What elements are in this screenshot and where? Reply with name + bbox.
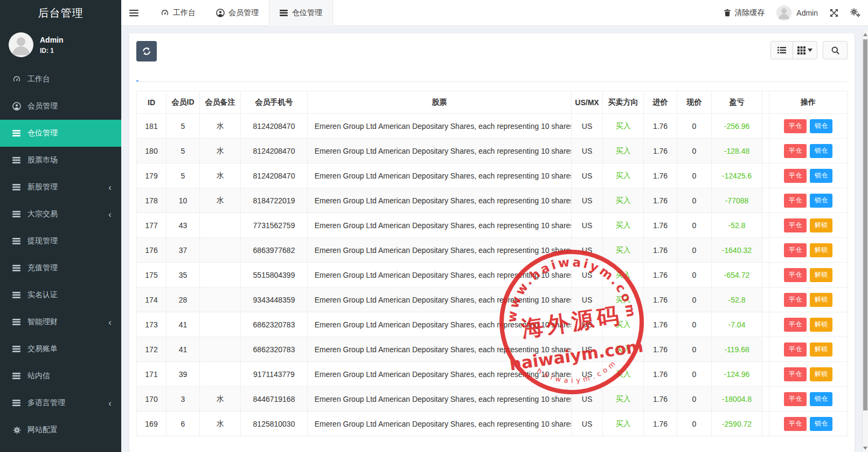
filter-tab[interactable]	[201, 71, 203, 81]
close-position-button[interactable]: 平仓	[784, 144, 807, 158]
navbar-user-menu[interactable]: Admin	[776, 5, 818, 20]
cell-stock: Emeren Group Ltd American Depositary Sha…	[308, 188, 572, 213]
lock-position-button[interactable]: 解锁	[810, 293, 832, 307]
cell-actions: 平仓 解锁	[769, 362, 848, 387]
close-position-button[interactable]: 平仓	[784, 268, 807, 282]
lock-position-button[interactable]: 解锁	[810, 218, 832, 232]
close-position-button[interactable]: 平仓	[784, 119, 807, 133]
refresh-button[interactable]	[136, 41, 157, 61]
cell-entry: 1.76	[644, 213, 677, 238]
sidebar-item[interactable]: 新股管理 ‹	[0, 174, 121, 201]
sidebar-item[interactable]: 充值管理	[0, 255, 121, 282]
cell-stock: Emeren Group Ltd American Depositary Sha…	[308, 287, 572, 312]
close-position-button[interactable]: 平仓	[784, 194, 807, 208]
avatar	[776, 5, 791, 20]
scrollbar-thumb[interactable]	[863, 39, 867, 410]
chevron-left-icon: ‹	[108, 210, 112, 219]
sidebar-item[interactable]: 交易账单	[0, 335, 121, 362]
filter-tab[interactable]	[158, 71, 160, 81]
cell-market: US	[572, 139, 603, 163]
sidebar-item-label: 实名认证	[27, 290, 58, 300]
caret-down-icon	[808, 49, 813, 52]
cell-stock: Emeren Group Ltd American Depositary Sha…	[308, 139, 572, 163]
cell-pnl: -7.04	[712, 312, 762, 337]
close-position-button[interactable]: 平仓	[784, 243, 807, 257]
sidebar-item[interactable]: 实名认证	[0, 282, 121, 309]
settings-button[interactable]	[850, 8, 860, 17]
sidebar-item[interactable]: 会员管理	[0, 93, 121, 120]
lock-position-button[interactable]: 解锁	[810, 243, 832, 257]
table-row: 172 41 6862320783 Emeren Group Ltd Ameri…	[136, 337, 848, 362]
sidebar-item[interactable]: 网站配置	[0, 416, 121, 443]
close-position-button[interactable]: 平仓	[784, 417, 807, 431]
lock-position-button[interactable]: 解锁	[810, 343, 832, 357]
list-icon	[280, 9, 288, 17]
navbar-tab[interactable]: 工作台	[150, 0, 206, 26]
cell-direction: 买入	[603, 412, 644, 436]
lock-position-button[interactable]: 锁仓	[810, 119, 832, 133]
fullscreen-button[interactable]	[830, 9, 838, 17]
filter-tab[interactable]	[223, 71, 225, 81]
cell-member-id: 39	[166, 362, 200, 387]
navbar-tab[interactable]: 会员管理	[206, 0, 269, 26]
sidebar-item[interactable]: 提现管理	[0, 228, 121, 255]
close-position-button[interactable]: 平仓	[784, 169, 807, 183]
column-filter-button[interactable]	[793, 41, 817, 59]
filter-tab[interactable]	[136, 71, 138, 81]
lock-position-button[interactable]: 锁仓	[810, 194, 832, 208]
lock-position-button[interactable]: 解锁	[810, 268, 832, 282]
cell-id: 172	[136, 337, 166, 362]
sidebar-item[interactable]: 股票市场	[0, 147, 121, 174]
cell-pnl: -119.68	[712, 337, 762, 362]
cell-pnl: -18004.8	[712, 387, 762, 412]
lock-position-button[interactable]: 解锁	[810, 367, 832, 381]
close-position-button[interactable]: 平仓	[784, 367, 807, 381]
sidebar-item[interactable]: 工作台	[0, 66, 121, 93]
col-header-entry: 进价	[644, 91, 677, 114]
sidebar-item[interactable]: 多语言管理 ‹	[0, 389, 121, 416]
navbar-tab[interactable]: 仓位管理	[269, 0, 333, 26]
close-position-button[interactable]: 平仓	[784, 343, 807, 357]
lock-position-button[interactable]: 解锁	[810, 318, 832, 332]
col-header-id: ID	[136, 91, 166, 114]
search-button[interactable]	[823, 41, 848, 59]
cell-phone: 6863977682	[241, 238, 308, 263]
cell-member-id: 6	[166, 412, 200, 436]
cell-remark	[200, 238, 241, 263]
cell-id: 176	[136, 238, 166, 263]
sidebar-item[interactable]: 大宗交易 ‹	[0, 201, 121, 228]
sidebar-toggle-button[interactable]	[121, 0, 146, 26]
cell-remark: 水	[200, 387, 241, 412]
close-position-button[interactable]: 平仓	[784, 218, 807, 232]
sidebar-item-label: 会员管理	[27, 101, 58, 111]
lock-position-button[interactable]: 锁仓	[810, 417, 832, 431]
page-scrollbar[interactable]	[862, 31, 868, 452]
lock-position-button[interactable]: 锁仓	[810, 144, 832, 158]
lock-position-button[interactable]: 锁仓	[810, 169, 832, 183]
gauge-icon	[12, 75, 22, 84]
scroll-up-arrow[interactable]	[863, 33, 867, 36]
scroll-down-arrow[interactable]	[863, 447, 867, 450]
close-position-button[interactable]: 平仓	[784, 293, 807, 307]
close-position-button[interactable]: 平仓	[784, 318, 807, 332]
col-header-phone: 会员手机号	[241, 91, 308, 114]
sidebar-item[interactable]: 站内信	[0, 362, 121, 389]
gear-icon	[12, 426, 22, 434]
sidebar-item[interactable]: 智能理财 ‹	[0, 309, 121, 335]
list-view-button[interactable]	[770, 41, 793, 59]
table-row: 173 41 6862320783 Emeren Group Ltd Ameri…	[136, 312, 848, 337]
cell-member-id: 41	[166, 312, 200, 337]
cell-remark	[200, 362, 241, 387]
sidebar-item[interactable]: 仓位管理	[0, 120, 121, 147]
cell-current: 0	[677, 188, 712, 213]
sidebar-item-label: 网站配置	[27, 425, 58, 435]
sidebar-user-panel: Admin ID: 1	[0, 26, 121, 66]
close-position-button[interactable]: 平仓	[784, 392, 807, 406]
cell-id: 171	[136, 362, 166, 387]
lock-position-button[interactable]: 锁仓	[810, 392, 832, 406]
cell-market: US	[572, 188, 603, 213]
filter-tab[interactable]	[179, 71, 182, 81]
col-header-pnl: 盈亏	[712, 91, 762, 114]
list-icon	[12, 264, 22, 272]
clear-cache-button[interactable]: 清除缓存	[724, 8, 765, 18]
